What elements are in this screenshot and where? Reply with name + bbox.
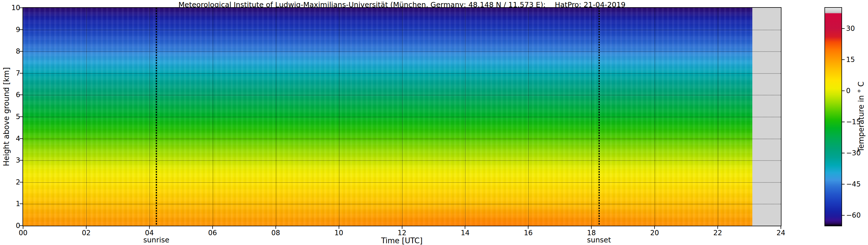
event-line-sunset (598, 8, 600, 226)
y-gridline (23, 117, 781, 117)
x-tick-mark (717, 226, 718, 229)
colorbar-tick-label: 0 (846, 87, 850, 95)
y-gridline (23, 30, 781, 30)
x-tick-mark (654, 226, 655, 229)
x-tick-label: 20 (650, 229, 659, 237)
colorbar-tick-mark (842, 153, 845, 153)
y-tick-label: 5 (8, 113, 20, 121)
event-label-sunset: sunset (587, 236, 611, 244)
x-tick-label: 02 (82, 229, 91, 237)
y-tick-label: 2 (8, 178, 20, 186)
y-gridline (23, 139, 781, 139)
y-gridline (23, 160, 781, 161)
colorbar-tick-mark (842, 121, 845, 122)
diurnal-warm-patch (288, 204, 705, 226)
y-tick-label: 8 (8, 47, 20, 55)
colorbar-tick-mark (842, 184, 845, 184)
x-tick-mark (339, 226, 339, 229)
colorbar-tick-mark (842, 59, 845, 60)
y-gridline (23, 51, 781, 52)
x-tick-label: 06 (208, 229, 217, 237)
y-gridline (23, 204, 781, 204)
colorbar-tick-mark (842, 28, 845, 29)
colorbar-tick-label: 15 (846, 56, 855, 64)
x-axis-label: Time [UTC] (381, 236, 423, 245)
hatpro-temperature-quicklook: Meteorological Institute of Ludwig-Maxim… (0, 0, 868, 245)
x-tick-label: 08 (271, 229, 280, 237)
colorbar-label: Temperature in ° C (857, 81, 865, 152)
y-gridline (23, 95, 781, 95)
colorbar-tick-mark (842, 215, 845, 216)
colorbar-tick-label: 30 (846, 25, 855, 33)
heatmap-plot-area (23, 8, 781, 226)
y-tick-label: 0 (8, 222, 20, 230)
event-line-sunrise (156, 8, 157, 226)
x-tick-mark (402, 226, 402, 229)
x-tick-mark (276, 226, 276, 229)
x-tick-label: 16 (524, 229, 533, 237)
colorbar-tick-label: −30 (846, 149, 861, 157)
x-tick-mark (528, 226, 528, 229)
colorbar-tick-label: −45 (846, 180, 861, 188)
x-tick-mark (465, 226, 465, 229)
x-tick-mark (149, 226, 150, 229)
x-tick-label: 12 (398, 229, 406, 237)
y-gridline (23, 182, 781, 183)
x-tick-label: 22 (713, 229, 722, 237)
colorbar-tick-mark (842, 91, 845, 91)
colorbar-tick-label: −15 (846, 118, 861, 126)
x-tick-label: 00 (19, 229, 28, 237)
y-tick-label: 1 (8, 200, 20, 208)
x-tick-mark (212, 226, 213, 229)
x-tick-mark (86, 226, 87, 229)
x-tick-label: 14 (461, 229, 470, 237)
x-tick-mark (591, 226, 592, 229)
colorbar-tick-label: −60 (846, 211, 861, 219)
y-tick-label: 6 (8, 91, 20, 99)
y-tick-label: 7 (8, 69, 20, 77)
y-tick-label: 3 (8, 156, 20, 164)
colorbar (825, 8, 841, 226)
y-tick-label: 4 (8, 135, 20, 143)
y-tick-label: 10 (8, 4, 20, 12)
x-tick-mark (781, 226, 781, 229)
x-tick-label: 10 (334, 229, 343, 237)
x-tick-mark (23, 226, 23, 229)
event-label-sunrise: sunrise (143, 236, 169, 244)
y-gridline (23, 73, 781, 74)
y-tick-label: 9 (8, 26, 20, 34)
x-tick-label: 24 (777, 229, 785, 237)
